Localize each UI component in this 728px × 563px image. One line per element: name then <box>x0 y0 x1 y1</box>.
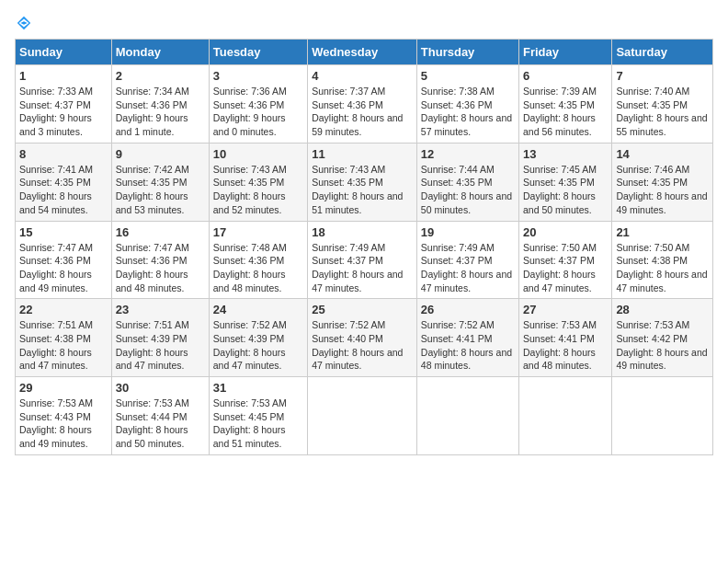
calendar-table: SundayMondayTuesdayWednesdayThursdayFrid… <box>15 39 713 455</box>
day-info: Sunrise: 7:53 AMSunset: 4:42 PMDaylight:… <box>616 318 709 373</box>
calendar-cell: 18Sunrise: 7:49 AMSunset: 4:37 PMDayligh… <box>308 221 417 299</box>
calendar-cell: 20Sunrise: 7:50 AMSunset: 4:37 PMDayligh… <box>519 221 612 299</box>
calendar-cell: 10Sunrise: 7:43 AMSunset: 4:35 PMDayligh… <box>209 143 307 221</box>
day-number: 21 <box>616 225 709 239</box>
day-info: Sunrise: 7:49 AMSunset: 4:37 PMDaylight:… <box>312 241 413 295</box>
day-info: Sunrise: 7:47 AMSunset: 4:36 PMDaylight:… <box>19 241 108 295</box>
day-info: Sunrise: 7:33 AMSunset: 4:37 PMDaylight:… <box>19 85 108 139</box>
day-info: Sunrise: 7:42 AMSunset: 4:35 PMDaylight:… <box>116 163 205 217</box>
week-row-4: 22Sunrise: 7:51 AMSunset: 4:38 PMDayligh… <box>16 299 713 377</box>
calendar-cell <box>519 377 612 455</box>
day-info: Sunrise: 7:45 AMSunset: 4:35 PMDaylight:… <box>523 163 608 217</box>
calendar-cell: 14Sunrise: 7:46 AMSunset: 4:35 PMDayligh… <box>612 143 713 221</box>
day-number: 15 <box>19 225 108 239</box>
day-number: 27 <box>523 303 608 316</box>
day-number: 25 <box>312 303 413 316</box>
header-monday: Monday <box>111 40 209 65</box>
day-info: Sunrise: 7:52 AMSunset: 4:39 PMDaylight:… <box>213 318 303 373</box>
calendar-cell: 7Sunrise: 7:40 AMSunset: 4:35 PMDaylight… <box>612 65 713 144</box>
day-info: Sunrise: 7:49 AMSunset: 4:37 PMDaylight:… <box>421 241 515 295</box>
calendar-cell: 4Sunrise: 7:37 AMSunset: 4:36 PMDaylight… <box>308 65 417 144</box>
calendar-cell: 26Sunrise: 7:52 AMSunset: 4:41 PMDayligh… <box>416 299 518 377</box>
calendar-cell: 6Sunrise: 7:39 AMSunset: 4:35 PMDaylight… <box>519 65 612 144</box>
logo <box>15 15 32 31</box>
calendar-cell: 8Sunrise: 7:41 AMSunset: 4:35 PMDaylight… <box>16 143 112 221</box>
header-friday: Friday <box>519 40 612 65</box>
header-wednesday: Wednesday <box>308 40 417 65</box>
calendar-cell: 3Sunrise: 7:36 AMSunset: 4:36 PMDaylight… <box>209 65 307 144</box>
day-info: Sunrise: 7:53 AMSunset: 4:44 PMDaylight:… <box>116 396 205 451</box>
week-row-2: 8Sunrise: 7:41 AMSunset: 4:35 PMDaylight… <box>16 143 713 221</box>
day-number: 2 <box>116 69 205 83</box>
calendar-cell: 11Sunrise: 7:43 AMSunset: 4:35 PMDayligh… <box>308 143 417 221</box>
day-number: 9 <box>116 147 205 161</box>
day-number: 5 <box>421 69 515 83</box>
day-number: 10 <box>213 147 303 161</box>
calendar-header-row: SundayMondayTuesdayWednesdayThursdayFrid… <box>16 40 713 65</box>
day-number: 26 <box>421 303 515 316</box>
calendar-cell: 25Sunrise: 7:52 AMSunset: 4:40 PMDayligh… <box>308 299 417 377</box>
day-number: 28 <box>616 303 709 316</box>
day-number: 6 <box>523 69 608 83</box>
day-info: Sunrise: 7:51 AMSunset: 4:39 PMDaylight:… <box>116 318 205 373</box>
day-number: 14 <box>616 147 709 161</box>
day-info: Sunrise: 7:51 AMSunset: 4:38 PMDaylight:… <box>19 318 108 373</box>
calendar-cell: 22Sunrise: 7:51 AMSunset: 4:38 PMDayligh… <box>16 299 112 377</box>
calendar-cell: 1Sunrise: 7:33 AMSunset: 4:37 PMDaylight… <box>16 65 112 144</box>
day-info: Sunrise: 7:41 AMSunset: 4:35 PMDaylight:… <box>19 163 108 217</box>
header-thursday: Thursday <box>416 40 518 65</box>
day-number: 24 <box>213 303 303 316</box>
day-info: Sunrise: 7:53 AMSunset: 4:45 PMDaylight:… <box>213 396 303 451</box>
calendar-cell: 15Sunrise: 7:47 AMSunset: 4:36 PMDayligh… <box>16 221 112 299</box>
calendar-cell: 30Sunrise: 7:53 AMSunset: 4:44 PMDayligh… <box>111 377 209 455</box>
day-number: 8 <box>19 147 108 161</box>
day-number: 16 <box>116 225 205 239</box>
day-info: Sunrise: 7:52 AMSunset: 4:40 PMDaylight:… <box>312 318 413 373</box>
day-number: 30 <box>116 381 205 395</box>
day-number: 31 <box>213 381 303 395</box>
logo-icon <box>16 15 32 31</box>
day-number: 20 <box>523 225 608 239</box>
calendar-cell: 29Sunrise: 7:53 AMSunset: 4:43 PMDayligh… <box>16 377 112 455</box>
day-number: 3 <box>213 69 303 83</box>
day-number: 12 <box>421 147 515 161</box>
calendar-cell <box>308 377 417 455</box>
header-tuesday: Tuesday <box>209 40 307 65</box>
calendar-cell: 21Sunrise: 7:50 AMSunset: 4:38 PMDayligh… <box>612 221 713 299</box>
day-info: Sunrise: 7:36 AMSunset: 4:36 PMDaylight:… <box>213 85 303 139</box>
day-info: Sunrise: 7:34 AMSunset: 4:36 PMDaylight:… <box>116 85 205 139</box>
day-number: 11 <box>312 147 413 161</box>
day-number: 13 <box>523 147 608 161</box>
day-number: 7 <box>616 69 709 83</box>
day-info: Sunrise: 7:48 AMSunset: 4:36 PMDaylight:… <box>213 241 303 295</box>
day-number: 23 <box>116 303 205 316</box>
day-info: Sunrise: 7:43 AMSunset: 4:35 PMDaylight:… <box>213 163 303 217</box>
day-number: 1 <box>19 69 108 83</box>
calendar-cell <box>612 377 713 455</box>
day-number: 29 <box>19 381 108 395</box>
page-header <box>15 15 713 31</box>
day-info: Sunrise: 7:53 AMSunset: 4:41 PMDaylight:… <box>523 318 608 373</box>
calendar-cell: 31Sunrise: 7:53 AMSunset: 4:45 PMDayligh… <box>209 377 307 455</box>
calendar-cell: 12Sunrise: 7:44 AMSunset: 4:35 PMDayligh… <box>416 143 518 221</box>
day-info: Sunrise: 7:37 AMSunset: 4:36 PMDaylight:… <box>312 85 413 139</box>
calendar-cell: 5Sunrise: 7:38 AMSunset: 4:36 PMDaylight… <box>416 65 518 144</box>
week-row-3: 15Sunrise: 7:47 AMSunset: 4:36 PMDayligh… <box>16 221 713 299</box>
day-number: 22 <box>19 303 108 316</box>
week-row-5: 29Sunrise: 7:53 AMSunset: 4:43 PMDayligh… <box>16 377 713 455</box>
header-sunday: Sunday <box>16 40 112 65</box>
day-info: Sunrise: 7:52 AMSunset: 4:41 PMDaylight:… <box>421 318 515 373</box>
day-info: Sunrise: 7:46 AMSunset: 4:35 PMDaylight:… <box>616 163 709 217</box>
day-info: Sunrise: 7:43 AMSunset: 4:35 PMDaylight:… <box>312 163 413 217</box>
calendar-cell: 16Sunrise: 7:47 AMSunset: 4:36 PMDayligh… <box>111 221 209 299</box>
calendar-cell: 17Sunrise: 7:48 AMSunset: 4:36 PMDayligh… <box>209 221 307 299</box>
day-info: Sunrise: 7:39 AMSunset: 4:35 PMDaylight:… <box>523 85 608 139</box>
calendar-cell: 24Sunrise: 7:52 AMSunset: 4:39 PMDayligh… <box>209 299 307 377</box>
day-number: 18 <box>312 225 413 239</box>
calendar-cell: 13Sunrise: 7:45 AMSunset: 4:35 PMDayligh… <box>519 143 612 221</box>
calendar-cell: 9Sunrise: 7:42 AMSunset: 4:35 PMDaylight… <box>111 143 209 221</box>
calendar-cell: 2Sunrise: 7:34 AMSunset: 4:36 PMDaylight… <box>111 65 209 144</box>
day-info: Sunrise: 7:44 AMSunset: 4:35 PMDaylight:… <box>421 163 515 217</box>
day-info: Sunrise: 7:40 AMSunset: 4:35 PMDaylight:… <box>616 85 709 139</box>
header-saturday: Saturday <box>612 40 713 65</box>
